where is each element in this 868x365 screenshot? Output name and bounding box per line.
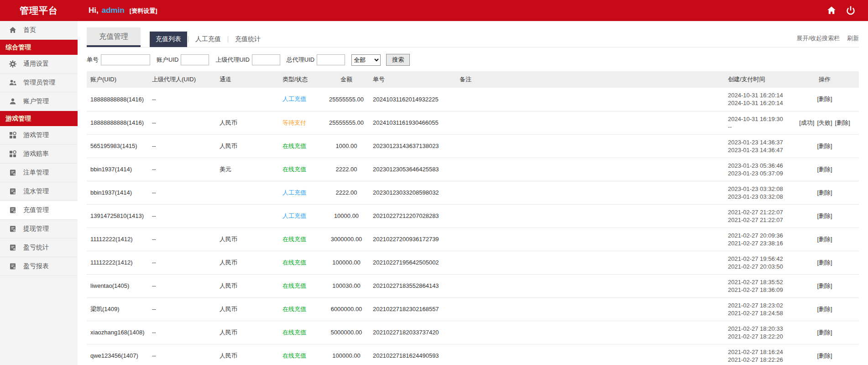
cell-amount: 100030.00 — [324, 274, 369, 297]
cell-order: 20210227182302168557 — [369, 297, 456, 321]
cell-time: 2021-02-27 20:09:362021-02-27 23:38:16 — [724, 227, 790, 251]
sidebar-item-注单管理[interactable]: 注单管理 — [0, 164, 78, 182]
sidebar-item-游戏管理[interactable]: 游戏管理 — [0, 126, 78, 145]
sidebar-section-游戏管理[interactable]: 游戏管理 — [0, 111, 78, 126]
cell-amount: 100000.00 — [324, 251, 369, 274]
status-filter-select[interactable]: 全部 — [351, 54, 381, 66]
delete-action-link[interactable]: [删除] — [817, 282, 832, 289]
success-action-link[interactable]: [成功] — [799, 119, 814, 126]
cell-amount: 25555555.00 — [324, 88, 369, 111]
cell-account: 13914725810(1413) — [87, 204, 148, 227]
delete-action-link[interactable]: [删除] — [817, 329, 832, 336]
delete-action-link[interactable]: [删除] — [817, 143, 832, 149]
refresh-link[interactable]: 刷新 — [847, 34, 859, 42]
sidebar-item-管理员管理[interactable]: 管理员管理 — [0, 74, 78, 92]
sidebar-item-label: 充值管理 — [23, 206, 49, 214]
brand-title[interactable]: 管理平台 — [0, 5, 78, 17]
filter-field-单号: 单号 — [87, 54, 150, 65]
cell-remark — [456, 158, 724, 181]
cell-actions: [删除] — [790, 158, 859, 181]
timestamp: 2023-01-23 05:36:46 — [728, 162, 787, 169]
cell-account: bbin1937(1414) — [87, 181, 148, 204]
table-row: 565195983(1415)--人民币在线充值1000.00202301231… — [87, 134, 859, 158]
cell-channel: 人民币 — [216, 297, 279, 321]
cell-time: 2023-01-23 03:32:082023-01-23 03:32:08 — [724, 181, 790, 204]
filter-input-总代理UID[interactable] — [317, 54, 345, 65]
delete-action-link[interactable]: [删除] — [817, 189, 832, 196]
timestamp: 2024-10-31 16:20:14 — [728, 99, 787, 107]
sidebar-item-流水管理[interactable]: 流水管理 — [0, 182, 78, 201]
delete-action-link[interactable]: [删除] — [817, 166, 832, 173]
table-row: bbin1937(1414)--美元在线充值2222.0020230123053… — [87, 158, 859, 181]
cell-amount: 2222.00 — [324, 158, 369, 181]
sidebar-item-通用设置[interactable]: 通用设置 — [0, 55, 78, 74]
top-header: 管理平台 Hi, admin [资料设置] — [0, 0, 868, 21]
cell-remark — [456, 297, 724, 321]
table-header-row: 账户(UID)上级代理人(UID)通道类型/状态金额单号备注创建/支付时间操作 — [87, 71, 859, 88]
delete-action-link[interactable]: [删除] — [817, 259, 832, 266]
tab-bar: 充值列表人工充值充值统计 — [150, 32, 267, 47]
delete-action-link[interactable]: [删除] — [817, 95, 832, 102]
cell-status: 人工充值 — [279, 204, 324, 227]
cell-parent: -- — [148, 134, 216, 158]
timestamp: 2023-01-23 03:32:08 — [728, 185, 787, 193]
cell-parent: -- — [148, 204, 216, 227]
timestamp: 2021-02-27 20:03:50 — [728, 263, 787, 270]
table-row: 18888888888(1416)--人工充值25555555.00202410… — [87, 88, 859, 111]
sidebar-item-盈亏报表[interactable]: 盈亏报表 — [0, 257, 78, 276]
search-button[interactable]: 搜索 — [386, 54, 410, 66]
delete-action-link[interactable]: [删除] — [817, 306, 832, 312]
column-header-创建/支付时间: 创建/支付时间 — [724, 71, 790, 88]
report-icon — [9, 206, 16, 214]
cell-parent: -- — [148, 274, 216, 297]
fail-action-link[interactable]: [失败] — [817, 119, 832, 126]
filter-input-账户UID[interactable] — [181, 54, 209, 65]
home-icon[interactable] — [827, 6, 836, 15]
cell-remark — [456, 134, 724, 158]
cell-parent: -- — [148, 297, 216, 321]
cell-time: 2021-02-27 18:23:022021-02-27 18:24:58 — [724, 297, 790, 321]
delete-action-link[interactable]: [删除] — [817, 236, 832, 243]
tab-充值列表[interactable]: 充值列表 — [150, 32, 187, 47]
cell-remark — [456, 204, 724, 227]
cell-status: 在线充值 — [279, 344, 324, 365]
cell-amount: 100000.00 — [324, 344, 369, 365]
sidebar-item-label: 首页 — [23, 26, 36, 34]
timestamp: 2021-02-27 18:35:52 — [728, 278, 787, 286]
tab-充值统计[interactable]: 充值统计 — [229, 32, 267, 47]
table-row: bbin1937(1414)--人工充值2222.002023012303320… — [87, 181, 859, 204]
filter-label: 单号 — [87, 56, 99, 64]
main-content: 充值管理 充值列表人工充值充值统计 展开/收起搜索栏 刷新 单号账户UID上级代… — [78, 21, 868, 365]
timestamp: 2023-01-23 03:32:08 — [728, 193, 787, 201]
delete-action-link[interactable]: [删除] — [817, 212, 832, 219]
filter-input-单号[interactable] — [101, 54, 150, 65]
table-head: 账户(UID)上级代理人(UID)通道类型/状态金额单号备注创建/支付时间操作 — [87, 71, 859, 88]
power-icon[interactable] — [846, 6, 855, 15]
cell-time: 2021-02-27 18:20:332021-02-27 18:22:20 — [724, 321, 790, 344]
sidebar-item-label: 通用设置 — [23, 60, 49, 68]
sidebar-item-盈亏统计[interactable]: 盈亏统计 — [0, 238, 78, 257]
profile-settings-link[interactable]: [资料设置] — [130, 7, 157, 15]
report-icon — [9, 188, 16, 195]
page-layout: 首页综合管理通用设置管理员管理账户管理游戏管理游戏管理游戏赔率注单管理流水管理充… — [0, 21, 868, 365]
sidebar-item-提现管理[interactable]: 提现管理 — [0, 220, 78, 238]
cell-account: 18888888888(1416) — [87, 111, 148, 134]
filter-field-账户UID: 账户UID — [157, 54, 209, 65]
delete-action-link[interactable]: [删除] — [835, 119, 850, 126]
sidebar-item-首页[interactable]: 首页 — [0, 21, 78, 40]
column-header-类型/状态: 类型/状态 — [279, 71, 324, 88]
cell-parent: -- — [148, 181, 216, 204]
timestamp: 2021-02-27 19:56:42 — [728, 255, 787, 263]
sidebar-item-充值管理[interactable]: 充值管理 — [0, 201, 78, 220]
toggle-search-bar-link[interactable]: 展开/收起搜索栏 — [796, 34, 840, 42]
cell-amount: 5000000.00 — [324, 321, 369, 344]
user-icon — [9, 98, 16, 105]
filter-input-上级代理UID[interactable] — [252, 54, 280, 65]
timestamp: 2021-02-27 18:16:24 — [728, 348, 787, 356]
delete-action-link[interactable]: [删除] — [817, 352, 832, 359]
sidebar-section-综合管理[interactable]: 综合管理 — [0, 40, 78, 55]
cell-account: 18888888888(1416) — [87, 88, 148, 111]
sidebar-item-游戏赔率[interactable]: 游戏赔率 — [0, 145, 78, 164]
sidebar-item-账户管理[interactable]: 账户管理 — [0, 92, 78, 111]
tab-人工充值[interactable]: 人工充值 — [189, 32, 227, 47]
